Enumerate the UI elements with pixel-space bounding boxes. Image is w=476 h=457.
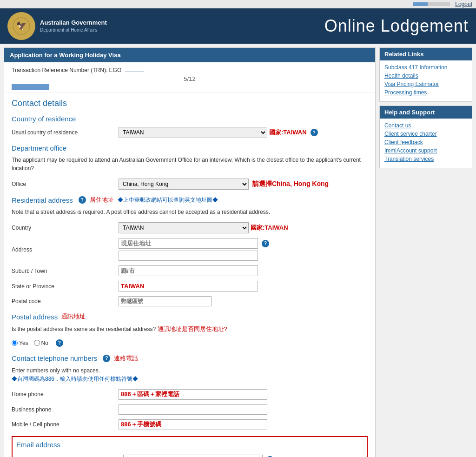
taiwan-label: 國家:TAIWAN <box>269 128 307 137</box>
header: 🦅 Australian Government Department of Ho… <box>0 8 476 44</box>
res-taiwan-wrap: TAIWAN 國家:TAIWAN <box>119 222 368 233</box>
residential-title-row: Residential address ? 居住地址 ◆上中華郵政網站可以查詢英… <box>4 192 375 206</box>
telephone-notice-text: Enter numbers only with no spaces. <box>12 366 368 375</box>
sidebar-link-contact[interactable]: Contact us <box>384 122 467 129</box>
svg-text:🦅: 🦅 <box>16 21 27 31</box>
sidebar-link-visa-pricing[interactable]: Visa Pricing Estimator <box>384 81 467 87</box>
mobile-phone-field <box>119 419 368 430</box>
logout-link[interactable]: Logout <box>455 1 472 7</box>
residential-notice: Note that a street address is required. … <box>4 206 375 220</box>
mobile-phone-label: Mobile / Cell phone <box>12 421 119 428</box>
email-section-title: Email address <box>16 441 363 449</box>
gov-logo: 🦅 <box>7 12 35 40</box>
state-input[interactable] <box>119 281 258 291</box>
business-phone-row: Business phone <box>12 402 368 417</box>
page-title: Online Lodgement <box>324 16 469 36</box>
country-select[interactable]: TAIWAN <box>119 127 267 138</box>
email-input[interactable] <box>123 455 263 457</box>
postal-annotation: 通訊地址 <box>61 312 86 321</box>
home-phone-field <box>119 389 368 400</box>
mobile-phone-input[interactable] <box>119 419 267 430</box>
office-select[interactable]: China, Hong Kong <box>119 179 249 190</box>
address-help-icon[interactable]: ? <box>262 240 269 247</box>
office-note: 請選擇China, Hong Kong <box>252 180 329 188</box>
email-section: Email address Email address ? <box>12 436 368 457</box>
suburb-label: Suburb / Town <box>12 268 119 274</box>
country-of-residence-title: Country of residence <box>4 111 375 125</box>
office-label: Office <box>12 181 119 187</box>
sidebar-link-417[interactable]: Subclass 417 Information <box>384 64 467 71</box>
telephone-notice: Enter numbers only with no spaces. ◆台灣國碼… <box>4 364 375 387</box>
country-form: Usual country of residence TAIWAN 國家:TAI… <box>4 125 375 140</box>
address-input[interactable] <box>119 238 258 249</box>
office-form: Office China, Hong Kong 請選擇China, Hong K… <box>4 176 375 192</box>
sidebar-link-immiaccount[interactable]: ImmiAccount support <box>384 147 467 154</box>
dept-office-title: Department office <box>4 140 375 154</box>
res-taiwan-label: 國家:TAIWAN <box>251 224 288 232</box>
home-phone-input[interactable] <box>119 389 267 400</box>
telephone-title-row: Contact telephone numbers ? 連絡電話 <box>4 351 375 364</box>
gov-text: Australian Government Department of Home… <box>40 19 107 33</box>
country-help-icon[interactable]: ? <box>311 129 318 136</box>
postal-radio-group: Yes No ? <box>4 338 375 351</box>
postal-yes-label[interactable]: Yes <box>12 340 28 346</box>
email-input-wrap: ? <box>123 455 363 457</box>
sidebar-link-processing[interactable]: Processing times <box>384 89 467 96</box>
progress-bar-container <box>413 2 450 6</box>
logo-area: 🦅 Australian Government Department of Ho… <box>7 12 107 40</box>
postal-notice: Is the postal address the same as the re… <box>4 323 375 338</box>
sidebar-link-client-feedback[interactable]: Client feedback <box>384 139 467 146</box>
postal-code-field <box>119 296 368 306</box>
postal-address-section: Postal address 通訊地址 <box>4 309 375 323</box>
related-links-header: Related Links <box>380 48 472 60</box>
state-row: State or Province <box>12 278 368 294</box>
postal-yes-radio[interactable] <box>12 340 18 346</box>
progress-bar-fill <box>413 2 428 6</box>
residential-form: Country TAIWAN 國家:TAIWAN Address ? <box>4 220 375 309</box>
postal-code-row: Postal code <box>12 294 368 309</box>
usual-country-row: Usual country of residence TAIWAN 國家:TAI… <box>12 125 368 140</box>
home-phone-label: Home phone <box>12 391 119 397</box>
res-country-field: TAIWAN 國家:TAIWAN <box>119 222 368 233</box>
postal-radios: Yes No ? <box>12 339 368 347</box>
sidebar-link-translation[interactable]: Translation services <box>384 156 467 162</box>
telephone-annotation: 連絡電話 <box>114 354 138 363</box>
suburb-input[interactable] <box>119 265 258 276</box>
state-field <box>119 281 368 291</box>
residential-address-title: Residential address <box>12 196 73 204</box>
business-phone-label: Business phone <box>12 406 119 413</box>
residential-help-icon[interactable]: ? <box>79 196 86 204</box>
sidebar-link-health[interactable]: Health details <box>384 73 467 79</box>
taiwan-select-wrap: TAIWAN 國家:TAIWAN ? <box>119 127 368 138</box>
email-row: Email address ? <box>16 452 363 457</box>
postal-help-icon[interactable]: ? <box>56 339 63 347</box>
telephone-form: Home phone Business phone Mobile / Cell … <box>4 387 375 432</box>
postal-no-radio[interactable] <box>34 340 40 346</box>
content-header-title: Application for a Working Holiday Visa <box>10 52 121 59</box>
business-phone-input[interactable] <box>119 404 267 415</box>
help-support-body: Contact us Client service charter Client… <box>380 119 472 168</box>
phone-annotation: ◆台灣國碼為886，輸入時請勿使用任何標點符號◆ <box>12 375 368 383</box>
postal-code-label: Postal code <box>12 298 119 305</box>
postal-question-annotation: 通訊地址是否同居住地址? <box>158 325 227 332</box>
office-select-wrap: China, Hong Kong 請選擇China, Hong Kong <box>119 179 368 190</box>
telephone-title: Contact telephone numbers <box>12 354 97 362</box>
address-row: Address ? <box>12 236 368 263</box>
trn-label: Transaction Reference Number (TRN): EGO <box>12 67 121 73</box>
postal-no-text: No <box>41 340 48 346</box>
usual-country-label: Usual country of residence <box>12 129 119 136</box>
address-input-2[interactable] <box>119 251 258 261</box>
contact-details-title: Contact details <box>4 93 375 111</box>
sidebar-link-client-charter[interactable]: Client service charter <box>384 131 467 137</box>
res-country-select[interactable]: TAIWAN <box>119 222 249 233</box>
postal-code-input[interactable] <box>119 296 212 306</box>
telephone-help-icon[interactable]: ? <box>103 355 110 362</box>
state-label: State or Province <box>12 283 119 290</box>
content-header: Application for a Working Holiday Visa <box>4 48 375 62</box>
gov-name: Australian Government <box>40 19 107 27</box>
trn-progress <box>12 84 49 90</box>
address-label: Address <box>12 246 119 253</box>
postal-no-label[interactable]: No <box>34 340 48 346</box>
home-phone-row: Home phone <box>12 387 368 402</box>
office-field: China, Hong Kong 請選擇China, Hong Kong <box>119 179 368 190</box>
